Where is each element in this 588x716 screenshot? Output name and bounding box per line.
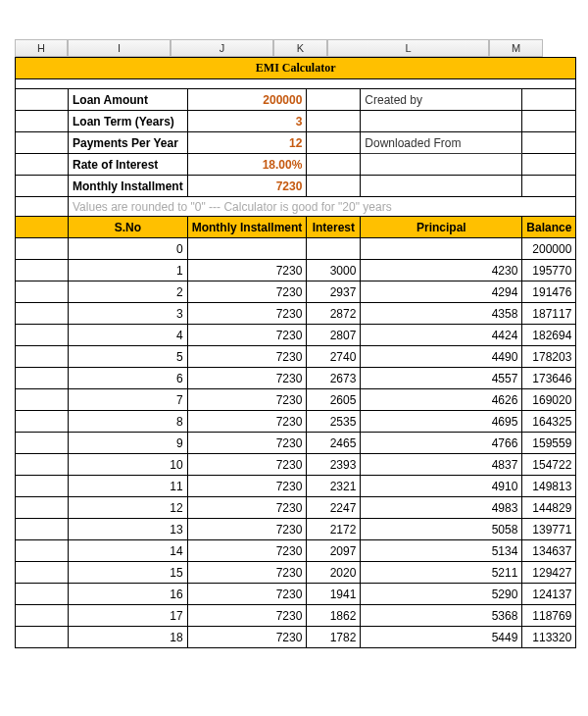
cell-balance[interactable]: 118769 bbox=[522, 605, 576, 627]
cell-balance[interactable]: 139771 bbox=[522, 519, 576, 540]
cell-lead[interactable] bbox=[16, 519, 69, 540]
cell-balance[interactable]: 200000 bbox=[522, 238, 576, 260]
cell-interest[interactable]: 2740 bbox=[307, 346, 361, 368]
table-header-row[interactable]: S.No Monthly Installment Interest Princi… bbox=[16, 217, 576, 238]
param-rate-row[interactable]: Rate of Interest 18.00% bbox=[16, 154, 576, 176]
cell-interest[interactable]: 2247 bbox=[307, 497, 361, 519]
cell-sno[interactable]: 8 bbox=[69, 411, 188, 433]
cell-principal[interactable]: 5058 bbox=[361, 519, 522, 540]
cell-monthly-installment[interactable]: 7230 bbox=[187, 584, 307, 605]
cell-lead[interactable] bbox=[16, 238, 69, 260]
cell-interest[interactable] bbox=[307, 238, 361, 260]
cell-balance[interactable]: 173646 bbox=[522, 368, 576, 389]
cell-lead[interactable] bbox=[16, 562, 69, 584]
col-header-H[interactable]: H bbox=[15, 39, 68, 57]
param-loan-term-row[interactable]: Loan Term (Years) 3 bbox=[16, 111, 576, 132]
cell-sno[interactable]: 9 bbox=[69, 433, 188, 454]
cell-monthly-installment[interactable]: 7230 bbox=[187, 476, 307, 497]
table-row[interactable]: 3723028724358187117 bbox=[16, 303, 576, 325]
cell-monthly-installment[interactable]: 7230 bbox=[187, 519, 307, 540]
cell-monthly-installment[interactable]: 7230 bbox=[187, 605, 307, 627]
cell-interest[interactable]: 1782 bbox=[307, 627, 361, 648]
cell-lead[interactable] bbox=[16, 325, 69, 346]
loan-amount-value[interactable]: 200000 bbox=[187, 89, 307, 111]
cell-interest[interactable]: 2020 bbox=[307, 562, 361, 584]
cell-interest[interactable]: 2872 bbox=[307, 303, 361, 325]
table-row[interactable]: 18723017825449113320 bbox=[16, 627, 576, 648]
cell-sno[interactable]: 10 bbox=[69, 454, 188, 476]
cell-interest[interactable]: 3000 bbox=[307, 260, 361, 281]
cell-lead[interactable] bbox=[16, 476, 69, 497]
col-header-J[interactable]: J bbox=[171, 39, 273, 57]
cell-lead[interactable] bbox=[16, 411, 69, 433]
table-row[interactable]: 16723019415290124137 bbox=[16, 584, 576, 605]
cell-monthly-installment[interactable]: 7230 bbox=[187, 497, 307, 519]
cell-monthly-installment[interactable]: 7230 bbox=[187, 303, 307, 325]
title-cell[interactable]: EMI Calculator bbox=[16, 58, 576, 79]
table-row[interactable]: 9723024654766159559 bbox=[16, 433, 576, 454]
cell-interest[interactable]: 1862 bbox=[307, 605, 361, 627]
cell-monthly-installment[interactable]: 7230 bbox=[187, 411, 307, 433]
cell-monthly-installment[interactable]: 7230 bbox=[187, 281, 307, 303]
cell-interest[interactable]: 2605 bbox=[307, 389, 361, 411]
cell-lead[interactable] bbox=[16, 497, 69, 519]
cell-balance[interactable]: 164325 bbox=[522, 411, 576, 433]
cell-sno[interactable]: 17 bbox=[69, 605, 188, 627]
table-row[interactable]: 5723027404490178203 bbox=[16, 346, 576, 368]
cell-principal[interactable]: 5290 bbox=[361, 584, 522, 605]
table-row[interactable]: 1723030004230195770 bbox=[16, 260, 576, 281]
cell-principal[interactable]: 4424 bbox=[361, 325, 522, 346]
cell-lead[interactable] bbox=[16, 260, 69, 281]
cell-lead[interactable] bbox=[16, 433, 69, 454]
cell-monthly-installment[interactable] bbox=[187, 238, 307, 260]
table-row[interactable]: 14723020975134134637 bbox=[16, 540, 576, 562]
table-row[interactable]: 4723028074424182694 bbox=[16, 325, 576, 346]
cell-monthly-installment[interactable]: 7230 bbox=[187, 260, 307, 281]
cell-sno[interactable]: 18 bbox=[69, 627, 188, 648]
cell-principal[interactable]: 4695 bbox=[361, 411, 522, 433]
cell-lead[interactable] bbox=[16, 605, 69, 627]
cell-sno[interactable]: 12 bbox=[69, 497, 188, 519]
table-row[interactable]: 0200000 bbox=[16, 238, 576, 260]
cell-sno[interactable]: 5 bbox=[69, 346, 188, 368]
cell-interest[interactable]: 2807 bbox=[307, 325, 361, 346]
cell-interest[interactable]: 2321 bbox=[307, 476, 361, 497]
cell-principal[interactable]: 4294 bbox=[361, 281, 522, 303]
col-header-K[interactable]: K bbox=[273, 39, 327, 57]
loan-term-label[interactable]: Loan Term (Years) bbox=[69, 111, 188, 132]
header-monthly-installment[interactable]: Monthly Installment bbox=[187, 217, 307, 238]
cell-monthly-installment[interactable]: 7230 bbox=[187, 433, 307, 454]
payments-per-year-value[interactable]: 12 bbox=[187, 132, 307, 154]
title-row[interactable]: EMI Calculator bbox=[16, 58, 576, 79]
cell-interest[interactable]: 2535 bbox=[307, 411, 361, 433]
cell-principal[interactable]: 4490 bbox=[361, 346, 522, 368]
param-payments-year-row[interactable]: Payments Per Year 12 Downloaded From bbox=[16, 132, 576, 154]
cell-sno[interactable]: 2 bbox=[69, 281, 188, 303]
table-row[interactable]: 17723018625368118769 bbox=[16, 605, 576, 627]
loan-term-value[interactable]: 3 bbox=[187, 111, 307, 132]
cell-interest[interactable]: 1941 bbox=[307, 584, 361, 605]
table-row[interactable]: 7723026054626169020 bbox=[16, 389, 576, 411]
cell-monthly-installment[interactable]: 7230 bbox=[187, 454, 307, 476]
cell-balance[interactable]: 113320 bbox=[522, 627, 576, 648]
param-loan-amount-row[interactable]: Loan Amount 200000 Created by bbox=[16, 89, 576, 111]
cell-principal[interactable]: 4910 bbox=[361, 476, 522, 497]
cell-monthly-installment[interactable]: 7230 bbox=[187, 562, 307, 584]
rate-label[interactable]: Rate of Interest bbox=[69, 154, 188, 176]
col-header-L[interactable]: L bbox=[327, 39, 489, 57]
cell-lead[interactable] bbox=[16, 627, 69, 648]
cell-principal[interactable]: 5134 bbox=[361, 540, 522, 562]
cell-monthly-installment[interactable]: 7230 bbox=[187, 325, 307, 346]
cell-balance[interactable]: 144829 bbox=[522, 497, 576, 519]
cell-balance[interactable]: 149813 bbox=[522, 476, 576, 497]
table-row[interactable]: 2723029374294191476 bbox=[16, 281, 576, 303]
header-balance[interactable]: Balance bbox=[522, 217, 576, 238]
cell-interest[interactable]: 2673 bbox=[307, 368, 361, 389]
cell-monthly-installment[interactable]: 7230 bbox=[187, 540, 307, 562]
param-monthly-installment-row[interactable]: Monthly Installment 7230 bbox=[16, 176, 576, 197]
cell-principal[interactable]: 4230 bbox=[361, 260, 522, 281]
cell-balance[interactable]: 169020 bbox=[522, 389, 576, 411]
cell-monthly-installment[interactable]: 7230 bbox=[187, 389, 307, 411]
cell-sno[interactable]: 3 bbox=[69, 303, 188, 325]
cell-principal[interactable]: 4766 bbox=[361, 433, 522, 454]
